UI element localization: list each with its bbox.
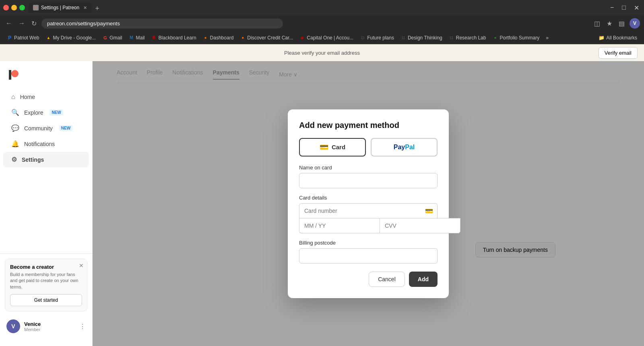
extensions-puzzle-icon[interactable]: ▤ xyxy=(617,18,626,29)
verify-email-button[interactable]: Verify email xyxy=(599,47,638,59)
tab-favicon: P xyxy=(33,5,39,10)
cancel-button[interactable]: Cancel xyxy=(369,272,405,287)
user-more-options-button[interactable]: ⋮ xyxy=(79,323,86,330)
bookmark-discover-label: Discover Credit Car... xyxy=(247,35,293,41)
bookmark-my-drive-label: My Drive - Google... xyxy=(53,35,96,41)
home-icon: ⌂ xyxy=(11,93,15,101)
expiry-input[interactable] xyxy=(299,218,380,233)
bookmark-mail-label: Mail xyxy=(136,35,145,41)
all-bookmarks-label: All Bookmarks xyxy=(606,35,637,41)
new-tab-button[interactable]: + xyxy=(93,4,101,13)
profile-avatar-icon[interactable]: V xyxy=(630,18,640,29)
svg-point-0 xyxy=(11,70,19,77)
sidebar-item-settings[interactable]: ⚙ Settings xyxy=(3,152,89,167)
mail-favicon: M xyxy=(129,35,134,41)
cvv-input[interactable] xyxy=(380,218,460,233)
bookmark-portfolio-label: Portfolio Summary xyxy=(500,35,539,41)
bookmark-capital-one-label: Capital One | Accou... xyxy=(307,35,353,41)
bookmark-gmail-label: Gmail xyxy=(109,35,122,41)
window-close-btn[interactable]: ✕ xyxy=(632,4,641,12)
sidebar-navigation: ⌂ Home 🔍 Explore NEW 💬 Community NEW xyxy=(0,89,92,253)
portfolio-favicon: ● xyxy=(492,35,498,41)
email-banner-message: Please verify your email address xyxy=(284,50,360,56)
sidebar-item-home-label: Home xyxy=(20,94,35,100)
reload-button[interactable]: ↻ xyxy=(30,18,38,29)
tab-close-button[interactable]: ✕ xyxy=(83,5,87,10)
research-lab-favicon: □ xyxy=(449,35,454,41)
billing-postcode-input[interactable] xyxy=(299,248,438,264)
billing-postcode-group: Billing postcode xyxy=(299,240,438,264)
patriot-web-favicon: P xyxy=(7,35,12,41)
become-creator-title: Become a creator xyxy=(10,264,82,270)
user-info: Venice Member xyxy=(24,321,41,332)
bookmark-my-drive[interactable]: ▲ My Drive - Google... xyxy=(43,34,99,42)
sidebar-item-explore[interactable]: 🔍 Explore NEW xyxy=(3,105,89,120)
bookmark-patriot-web[interactable]: P Patriot Web xyxy=(4,34,42,42)
sidebar-item-notifications[interactable]: 🔔 Notifications xyxy=(3,136,89,152)
all-bookmarks-button[interactable]: 📁 All Bookmarks xyxy=(596,34,640,42)
dashboard-favicon: ● xyxy=(203,35,208,41)
become-creator-close-button[interactable]: ✕ xyxy=(79,262,84,269)
user-avatar: V xyxy=(6,319,20,333)
bookmark-design-thinking-label: Design Thinking xyxy=(408,35,442,41)
modal-overlay: Add new payment method 💳 Card PayPal xyxy=(93,61,644,346)
browser-frame: P Settings | Patreon ✕ + − □ ✕ ← → ↻ ◫ ★… xyxy=(0,0,644,346)
name-on-card-input[interactable] xyxy=(299,173,438,188)
card-expiry-cvv-row xyxy=(299,218,438,233)
window-controls: − □ ✕ xyxy=(609,4,641,12)
my-drive-favicon: ▲ xyxy=(45,35,51,41)
forward-button[interactable]: → xyxy=(17,18,27,29)
user-profile[interactable]: V Venice Member ⋮ xyxy=(5,316,87,336)
window-minimize-button[interactable] xyxy=(11,5,17,10)
bookmark-discover[interactable]: ● Discover Credit Car... xyxy=(237,34,296,42)
add-button[interactable]: Add xyxy=(409,272,438,287)
modal-actions: Cancel Add xyxy=(299,272,438,287)
bookmarks-more-button[interactable]: » xyxy=(543,34,551,42)
sidebar-bottom: ✕ Become a creator Build a membership fo… xyxy=(0,253,92,341)
bookmarks-bar: P Patriot Web ▲ My Drive - Google... G G… xyxy=(0,31,644,44)
get-started-button[interactable]: Get started xyxy=(10,294,82,306)
bookmark-capital-one[interactable]: ◆ Capital One | Accou... xyxy=(297,34,356,42)
payment-method-tabs: 💳 Card PayPal xyxy=(299,138,438,157)
window-close-button[interactable] xyxy=(3,5,9,10)
design-thinking-favicon: □ xyxy=(400,35,406,41)
become-creator-card: ✕ Become a creator Build a membership fo… xyxy=(5,259,87,311)
explore-icon: 🔍 xyxy=(11,109,19,116)
sidebar-item-home[interactable]: ⌂ Home xyxy=(3,89,89,105)
bookmark-patriot-web-label: Patriot Web xyxy=(14,35,39,41)
active-tab[interactable]: P Settings | Patreon ✕ xyxy=(28,2,92,13)
bookmark-portfolio[interactable]: ● Portfolio Summary xyxy=(489,34,542,42)
card-details-label: Card details xyxy=(299,195,438,201)
page-content: Please verify your email address Verify … xyxy=(0,44,644,346)
patreon-logo xyxy=(0,66,92,89)
back-button[interactable]: ← xyxy=(4,18,14,29)
address-bar[interactable] xyxy=(41,19,283,29)
window-max-btn[interactable]: □ xyxy=(620,4,627,11)
community-icon: 💬 xyxy=(11,124,19,132)
paypal-logo: PayPal xyxy=(394,144,415,151)
toolbar-icons: ◫ ★ ▤ V xyxy=(592,18,640,29)
user-role: Member xyxy=(24,327,41,332)
sidebar-item-community[interactable]: 💬 Community NEW xyxy=(3,120,89,136)
bookmark-mail[interactable]: M Mail xyxy=(126,34,148,42)
bookmark-blackboard[interactable]: B Blackboard Learn xyxy=(149,34,199,42)
extension-icon[interactable]: ◫ xyxy=(592,18,602,29)
paypal-tab[interactable]: PayPal xyxy=(371,138,438,157)
card-tab[interactable]: 💳 Card xyxy=(299,138,366,157)
modal-title: Add new payment method xyxy=(299,121,438,130)
name-on-card-group: Name on card xyxy=(299,165,438,188)
card-tab-icon: 💳 xyxy=(320,143,328,152)
window-min-btn[interactable]: − xyxy=(609,4,615,11)
window-maximize-button[interactable] xyxy=(19,5,25,10)
browser-titlebar: P Settings | Patreon ✕ + − □ ✕ xyxy=(0,0,644,15)
bookmark-research-lab[interactable]: □ Research Lab xyxy=(446,34,489,42)
bookmark-future-plans[interactable]: □ Future plans xyxy=(357,34,397,42)
bookmark-gmail[interactable]: G Gmail xyxy=(99,34,125,42)
future-plans-favicon: □ xyxy=(360,35,365,41)
gmail-favicon: G xyxy=(102,35,108,41)
bookmark-design-thinking[interactable]: □ Design Thinking xyxy=(398,34,445,42)
card-number-wrapper: 💳 xyxy=(299,203,438,218)
card-number-input[interactable] xyxy=(299,204,437,218)
bookmark-star-icon[interactable]: ★ xyxy=(605,18,614,29)
bookmark-dashboard[interactable]: ● Dashboard xyxy=(200,34,237,42)
